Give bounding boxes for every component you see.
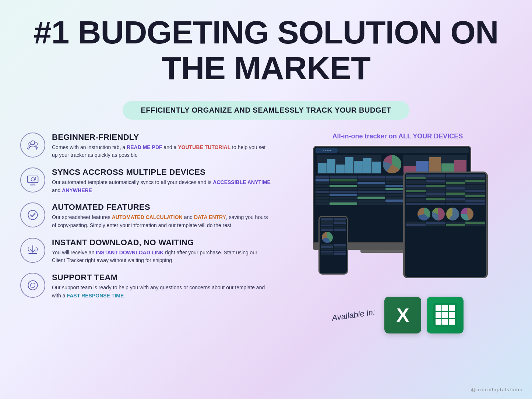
syncs-desc: Our automated template automatically syn… bbox=[52, 179, 271, 194]
feature-beginner-friendly: BEGINNER-FRIENDLY Comes with an instruct… bbox=[20, 133, 271, 159]
sheets-icon bbox=[427, 297, 464, 333]
support-desc: Our support team is ready to help you wi… bbox=[52, 284, 271, 300]
beginner-friendly-text: BEGINNER-FRIENDLY Comes with an instruct… bbox=[52, 133, 271, 159]
automated-icon bbox=[20, 202, 45, 227]
features-list: BEGINNER-FRIENDLY Comes with an instruct… bbox=[20, 133, 271, 333]
beginner-friendly-title: BEGINNER-FRIENDLY bbox=[52, 133, 271, 142]
beginner-friendly-desc: Comes with an instruction tab, a READ ME… bbox=[52, 144, 271, 159]
tablet-device bbox=[403, 172, 488, 286]
phone-screen bbox=[318, 216, 348, 275]
svg-point-0 bbox=[31, 141, 35, 145]
available-label: Available in: bbox=[331, 307, 376, 322]
devices-mockup: JANUARY bbox=[307, 146, 488, 286]
tablet-screen bbox=[403, 172, 488, 278]
watermark: @prioridigitalstudio bbox=[471, 387, 523, 392]
support-icon bbox=[20, 273, 45, 298]
download-title: INSTANT DOWNLOAD, NO WAITING bbox=[52, 238, 271, 247]
feature-automated: AUTOMATED FEATURES Our spreadsheet featu… bbox=[20, 202, 271, 229]
subtitle-banner: EFFICIENTLY ORGANIZE AND SEAMLESSLY TRAC… bbox=[0, 101, 532, 120]
download-text: INSTANT DOWNLOAD, NO WAITING You will re… bbox=[52, 238, 271, 265]
feature-support: SUPPORT TEAM Our support team is ready t… bbox=[20, 273, 271, 300]
phone-device bbox=[318, 216, 348, 275]
svg-point-2 bbox=[35, 142, 37, 145]
devices-label: All-in-one tracker on ALL YOUR DEVICES bbox=[332, 133, 463, 140]
svg-point-1 bbox=[28, 142, 31, 145]
svg-rect-3 bbox=[28, 176, 38, 183]
main-title: #1 BUDGETING SOLUTION ON THE MARKET bbox=[0, 15, 532, 86]
support-text: SUPPORT TEAM Our support team is ready t… bbox=[52, 273, 271, 300]
available-section: Available in: X bbox=[332, 297, 464, 333]
subtitle-text: EFFICIENTLY ORGANIZE AND SEAMLESSLY TRAC… bbox=[123, 101, 410, 120]
excel-icon: X bbox=[384, 297, 421, 333]
svg-point-8 bbox=[31, 283, 35, 288]
feature-syncs: SYNCS ACCROSS MULTIPLE DEVICES Our autom… bbox=[20, 167, 271, 194]
download-desc: You will receive an INSTANT DOWNLOAD LIN… bbox=[52, 249, 271, 265]
automated-title: AUTOMATED FEATURES bbox=[52, 202, 271, 212]
beginner-friendly-icon bbox=[20, 133, 45, 158]
download-icon bbox=[20, 238, 45, 263]
automated-desc: Our spreadsheet features AUTOMATED CALCU… bbox=[52, 213, 271, 229]
syncs-icon bbox=[20, 167, 45, 193]
content-area: BEGINNER-FRIENDLY Comes with an instruct… bbox=[0, 133, 532, 333]
feature-download: INSTANT DOWNLOAD, NO WAITING You will re… bbox=[20, 238, 271, 265]
support-title: SUPPORT TEAM bbox=[52, 273, 271, 282]
right-panel: All-in-one tracker on ALL YOUR DEVICES J… bbox=[278, 133, 517, 333]
automated-text: AUTOMATED FEATURES Our spreadsheet featu… bbox=[52, 202, 271, 229]
syncs-text: SYNCS ACCROSS MULTIPLE DEVICES Our autom… bbox=[52, 167, 271, 194]
syncs-title: SYNCS ACCROSS MULTIPLE DEVICES bbox=[52, 167, 271, 177]
hero-section: #1 BUDGETING SOLUTION ON THE MARKET bbox=[0, 0, 532, 93]
svg-point-6 bbox=[28, 211, 37, 220]
